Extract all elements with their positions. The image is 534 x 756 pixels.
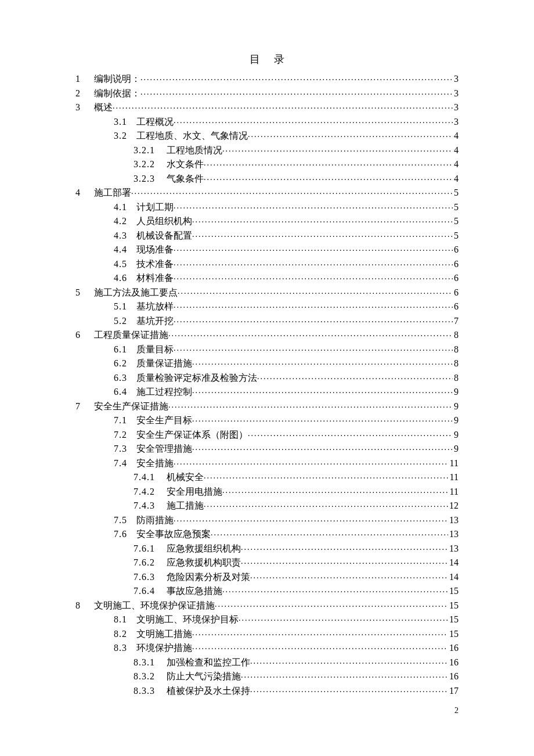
toc-page-ref: 5: [453, 229, 459, 243]
toc-page-ref: 9: [453, 428, 459, 442]
toc-page-ref: 8: [453, 371, 459, 386]
toc-page-ref: 6: [453, 286, 459, 300]
toc-entry: 8.3.1加强检查和监控工作16: [75, 656, 459, 670]
toc-entry: 7.3安全管理措施9: [75, 442, 459, 456]
toc-page-ref: 7: [453, 314, 459, 329]
toc-entry: 7.1安全生产目标9: [75, 413, 459, 428]
toc-leader: [140, 87, 453, 96]
toc-entry-text: 水文条件: [167, 157, 204, 172]
toc-leader: [250, 656, 448, 665]
toc-page-ref: 6: [453, 257, 459, 272]
toc-entry: 6.2质量保证措施8: [75, 357, 459, 371]
toc-section-number: 7.6.1: [134, 542, 167, 556]
toc-entry-text: 防止大气污染措施: [167, 669, 241, 684]
toc-section-number: 5.1: [114, 300, 136, 314]
toc-entry-text: 安全用电措施: [167, 485, 222, 499]
toc-entry: 7.6.1应急救援组织机构13: [75, 542, 459, 556]
toc-leader: [239, 613, 448, 622]
toc-leader: [241, 556, 448, 566]
toc-entry-text: 植被保护及水土保持: [167, 684, 250, 699]
toc-entry-text: 安全管理措施: [136, 442, 192, 456]
toc-section-number: 6.2: [114, 357, 136, 371]
toc-section-number: 6.1: [114, 343, 136, 357]
toc-entry-text: 文明施工措施: [136, 627, 192, 642]
toc-section-number: 5.2: [114, 314, 136, 329]
toc-leader: [250, 571, 448, 580]
toc-entry: 4.3机械设备配置5: [75, 229, 459, 243]
toc-section-number: 7.5: [114, 513, 136, 528]
toc-page-ref: 5: [453, 200, 459, 215]
toc-page-ref: 9: [453, 399, 459, 414]
toc-page-ref: 5: [453, 186, 459, 200]
toc-entry: 3.1工程概况3: [75, 115, 459, 129]
toc-section-number: 8.3.3: [134, 684, 167, 699]
toc-section-number: 8.3.2: [134, 669, 167, 684]
toc-chapter-number: 7: [75, 399, 94, 414]
toc-entry: 4.5技术准备6: [75, 257, 459, 272]
toc-entry-text: 质量目标: [136, 343, 174, 357]
toc-list: 1编制说明：32编制依据：33概述33.1工程概况33.2工程地质、水文、气象情…: [75, 72, 459, 698]
toc-leader: [192, 414, 453, 423]
toc-entry: 7.2安全生产保证体系（附图）9: [75, 428, 459, 442]
toc-entry-text: 工程质量保证措施: [94, 328, 168, 343]
toc-entry-text: 工程地质情况: [167, 143, 222, 158]
toc-section-number: 3.2.1: [134, 143, 167, 158]
toc-entry-text: 基坑开挖: [136, 314, 174, 329]
toc-entry: 4.1计划工期5: [75, 200, 459, 215]
toc-entry-text: 工程概况: [136, 115, 174, 129]
toc-section-number: 7.4.1: [134, 470, 167, 485]
toc-entry-text: 材料准备: [136, 271, 174, 286]
toc-section-number: 7.4.2: [134, 485, 167, 499]
toc-leader: [174, 315, 453, 324]
toc-section-number: 4.6: [114, 271, 136, 286]
toc-section-number: 7.4.3: [134, 499, 167, 513]
toc-chapter-number: 5: [75, 286, 94, 300]
toc-entry-text: 安全生产目标: [136, 413, 192, 428]
toc-leader: [248, 429, 453, 438]
toc-leader: [178, 286, 453, 296]
toc-entry-text: 编制说明：: [94, 72, 140, 87]
toc-entry-text: 安全措施: [136, 456, 174, 471]
toc-leader: [204, 499, 448, 509]
toc-page-ref: 4: [453, 143, 459, 158]
toc-entry: 5施工方法及施工要点6: [75, 286, 459, 300]
toc-entry-text: 环境保护措施: [136, 641, 192, 656]
toc-entry-text: 文明施工、环境保护保证措施: [94, 599, 215, 613]
toc-entry: 3.2.3气象条件4: [75, 172, 459, 186]
toc-leader: [250, 685, 448, 694]
toc-page-ref: 8: [453, 343, 459, 357]
toc-leader: [174, 300, 453, 309]
toc-leader: [113, 101, 453, 110]
toc-entry-text: 施工措施: [167, 499, 204, 513]
toc-entry-text: 质量检验评定标准及检验方法: [136, 371, 257, 386]
toc-leader: [215, 599, 448, 609]
toc-entry-text: 技术准备: [136, 257, 174, 272]
toc-page-ref: 11: [449, 456, 459, 471]
toc-leader: [131, 186, 453, 196]
toc-entry: 4.6材料准备6: [75, 271, 459, 286]
toc-entry-text: 安全事故应急预案: [136, 527, 211, 542]
toc-section-number: 7.6.4: [134, 584, 167, 599]
toc-chapter-number: 1: [75, 72, 94, 87]
toc-section-number: 8.2: [114, 627, 136, 642]
toc-page-ref: 13: [448, 527, 459, 542]
toc-entry: 7.4.2安全用电措施11: [75, 485, 459, 499]
toc-leader: [174, 343, 453, 352]
toc-entry-text: 施工过程控制: [136, 385, 192, 399]
toc-leader: [192, 229, 453, 239]
toc-entry: 3.2工程地质、水文、气象情况4: [75, 129, 459, 143]
toc-section-number: 7.1: [114, 413, 136, 428]
toc-page-ref: 9: [453, 385, 459, 399]
toc-page-ref: 3: [453, 100, 459, 115]
toc-entry: 7.6.2应急救援机构职责14: [75, 556, 459, 570]
page-number: 2: [454, 706, 459, 715]
toc-section-number: 8.3.1: [134, 656, 167, 670]
toc-leader: [211, 528, 448, 537]
toc-leader: [192, 386, 453, 395]
toc-entry: 6.1质量目标8: [75, 343, 459, 357]
toc-page-ref: 14: [448, 556, 459, 570]
toc-leader: [192, 215, 453, 224]
toc-page-ref: 17: [448, 684, 459, 699]
toc-leader: [204, 471, 449, 480]
toc-entry: 7.4.1机械安全11: [75, 470, 459, 485]
